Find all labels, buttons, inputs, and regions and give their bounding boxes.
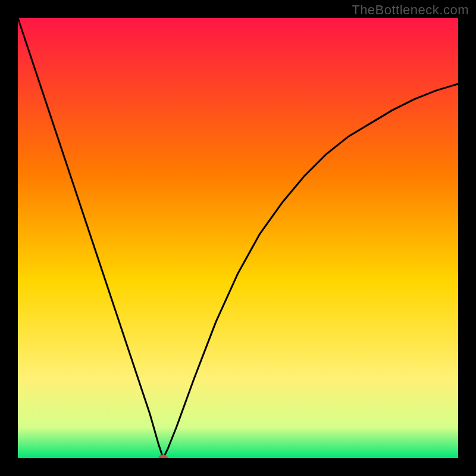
- plot-area: [18, 18, 458, 458]
- watermark-text: TheBottleneck.com: [352, 2, 469, 18]
- chart-svg: [18, 18, 458, 458]
- chart-frame: TheBottleneck.com: [0, 0, 476, 476]
- gradient-background: [18, 18, 458, 458]
